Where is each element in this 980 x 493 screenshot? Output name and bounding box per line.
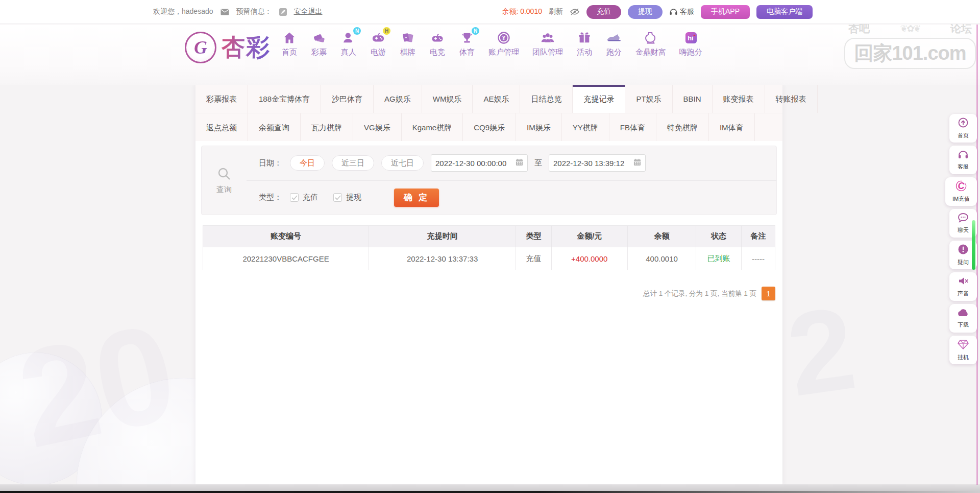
nav-sports[interactable]: N 体育 [452,30,482,57]
nav-jinding-wealth[interactable]: 金鼎财富 [629,30,673,57]
side-sound[interactable]: 声音 [949,272,977,301]
table-row: 20221230VBBCACFGEE 2022-12-30 13:37:33 充… [203,247,775,270]
site-logo[interactable]: G 杏彩 [185,32,271,63]
page-1-button[interactable]: 1 [762,287,775,300]
tab-im-sports[interactable]: IM体育 [709,113,755,141]
eye-off-icon[interactable] [570,8,580,16]
side-service[interactable]: 客服 [949,146,977,174]
checkbox-recharge[interactable]: 充值 [290,193,318,202]
tab-transfer-report[interactable]: 转账报表 [765,85,818,113]
tab-row-1: 彩票报表 188金宝博体育 沙巴体育 AG娱乐 WM娱乐 AE娱乐 日结总览 充… [195,85,782,113]
checkbox-withdraw[interactable]: 提现 [333,193,361,202]
date-label: 日期： [259,158,282,168]
tab-188-jinbaobo-sports[interactable]: 188金宝博体育 [248,85,321,113]
refresh-link[interactable]: 刷新 [549,7,563,16]
scrollbar-thumb[interactable] [972,220,975,270]
calendar-icon[interactable] [633,158,641,168]
nav-paofen[interactable]: 跑分 [599,30,629,57]
tab-fb-sports[interactable]: FB体育 [609,113,656,141]
checkbox-icon [290,193,299,202]
edit-icon[interactable] [279,8,287,16]
flourish-icon: ❦✿❦ [900,23,920,34]
home-icon [281,30,298,46]
tab-wm[interactable]: WM娱乐 [422,85,473,113]
col-status: 状态 [696,226,742,247]
nav-activity[interactable]: 活动 [570,30,599,57]
tab-yy-board[interactable]: YY棋牌 [562,113,609,141]
welcome-text: 欢迎您，hadesado [153,7,213,16]
nav-team-management[interactable]: 团队管理 [526,30,570,57]
filter-panel: 查询 日期： 今日 近三日 近七日 2022-12-30 00:00:00 至 … [201,146,777,215]
checkbox-icon [333,193,342,202]
tab-cq9[interactable]: CQ9娱乐 [463,113,516,141]
tab-wali-board[interactable]: 瓦力棋牌 [301,113,353,141]
preset-last-3-days[interactable]: 近三日 [332,155,374,171]
main-panel: 彩票报表 188金宝博体育 沙巴体育 AG娱乐 WM娱乐 AE娱乐 日结总览 充… [195,85,782,486]
main-nav: 首页 彩票 N 真人 H 电游 棋牌 电竞 N 体育 ¥ [275,30,709,57]
logout-link[interactable]: 安全退出 [294,7,323,16]
tab-bbin[interactable]: BBIN [673,85,713,113]
nav-egames[interactable]: H 电游 [363,30,393,57]
preset-last-7-days[interactable]: 近七日 [381,155,424,171]
side-download[interactable]: 下载 [949,304,977,333]
date-from-input[interactable]: 2022-12-30 00:00:00 [431,154,528,172]
tab-im[interactable]: IM娱乐 [516,113,562,141]
table-header-row: 账变编号 充提时间 类型 金额/元 余额 状态 备注 [203,226,775,247]
calendar-icon[interactable] [516,158,523,168]
date-to-input[interactable]: 2022-12-30 13:39:12 [549,154,646,172]
mail-icon[interactable] [220,9,229,15]
chat-bubble-icon [958,213,969,225]
service-link[interactable]: 客服 [669,7,694,16]
pc-client-button[interactable]: 电脑客户端 [756,5,813,19]
records-table: 账变编号 充提时间 类型 金额/元 余额 状态 备注 20221230VBBCA… [203,225,775,270]
tab-saba-sports[interactable]: 沙巴体育 [321,85,374,113]
live-person-icon: N [340,30,357,46]
nav-hi-paofen[interactable]: hi 嗨跑分 [673,30,709,57]
tickets-icon [311,30,327,46]
nav-live[interactable]: N 真人 [334,30,363,57]
col-time: 充提时间 [369,226,516,247]
balance-label: 余额: 0.0010 [502,7,542,16]
tab-temian-board[interactable]: 特免棋牌 [656,113,709,141]
confirm-button[interactable]: 确 定 [394,189,439,207]
tab-pt[interactable]: PT娱乐 [625,85,672,113]
col-account-change-id: 账变编号 [203,226,369,247]
tab-row-2: 返点总额 余额查询 瓦力棋牌 VG娱乐 Kgame棋牌 CQ9娱乐 IM娱乐 Y… [195,113,782,141]
nav-account-management[interactable]: ¥ 账户管理 [482,30,526,57]
cell-balance: 400.0010 [627,247,696,270]
headset-icon [669,8,678,16]
tab-kgame[interactable]: Kgame棋牌 [402,113,463,141]
tab-balance-query[interactable]: 余额查询 [248,113,301,141]
tab-deposit-withdraw-records[interactable]: 充提记录 [573,85,625,113]
nav-lottery[interactable]: 彩票 [304,30,334,57]
nav-esports[interactable]: 电竞 [423,30,452,57]
new-badge: N [353,27,361,35]
tab-rebate-total[interactable]: 返点总额 [195,113,248,141]
topbar: 欢迎您，hadesado 预留信息： 安全退出 余额: 0.0010 刷新 充值… [0,0,980,24]
cloud-icon [957,308,969,319]
reserved-info-label: 预留信息： [236,7,272,16]
speaker-mute-icon [958,276,969,288]
cell-amount: +400.0000 [551,247,627,270]
top-arrow-icon [958,117,969,130]
mobile-app-button[interactable]: 手机APP [701,5,750,19]
tab-lottery-report[interactable]: 彩票报表 [195,85,248,113]
tab-ae[interactable]: AE娱乐 [473,85,520,113]
withdraw-button[interactable]: 提现 [628,5,663,19]
side-home[interactable]: 首页 [949,114,977,143]
tab-ag[interactable]: AG娱乐 [374,85,422,113]
recharge-button[interactable]: 充值 [586,5,621,19]
nav-board-games[interactable]: 棋牌 [393,30,423,57]
nav-home[interactable]: 首页 [275,30,304,57]
side-im-recharge[interactable]: C IM充值 [945,177,977,206]
tab-daily-summary[interactable]: 日结总览 [520,85,573,113]
side-idle[interactable]: 挂机 [949,336,977,364]
gift-icon [576,30,593,46]
tab-account-change-report[interactable]: 账变报表 [713,85,765,113]
range-separator: 至 [534,158,542,168]
new-badge: N [472,27,479,35]
cards-icon [400,30,416,46]
tab-vg[interactable]: VG娱乐 [353,113,402,141]
preset-today[interactable]: 今日 [290,155,325,171]
hi-app-icon: hi [683,30,699,46]
